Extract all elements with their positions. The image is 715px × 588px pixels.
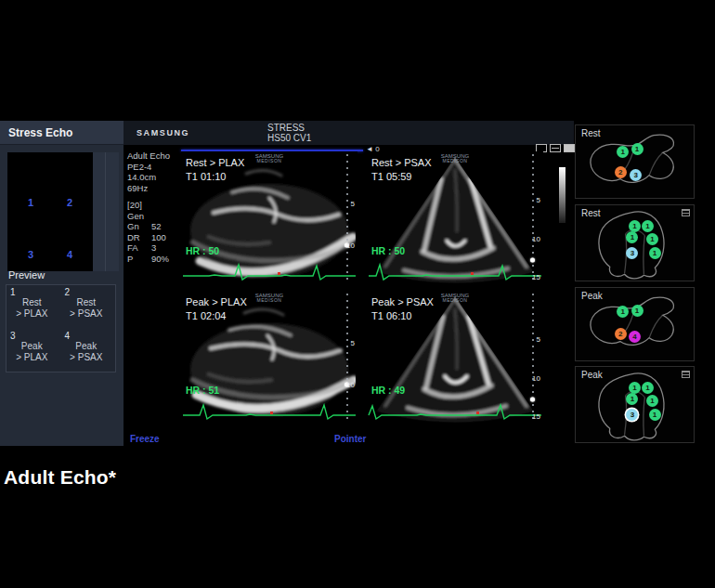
depth-ruler: 51015	[526, 154, 540, 281]
stage-number-4[interactable]: 4	[67, 249, 72, 260]
focus-marker	[530, 398, 535, 402]
watermark: SAMSUNGMEDISON	[255, 294, 283, 303]
quadrant-peak-psax[interactable]: SAMSUNGMEDISON Peak > PSAXT1 06:10 HR : …	[367, 291, 543, 424]
phase-label: Rest	[581, 128, 601, 138]
heart-rate: HR : 50	[186, 245, 219, 256]
segment-score-marker[interactable]: 1	[646, 395, 658, 407]
phase-label: Peak	[581, 370, 603, 380]
segment-menu-icon[interactable]	[682, 209, 690, 216]
preview-num: 4	[65, 331, 71, 341]
stress-echo-panel: Stress Echo 1 2 3 4 Preview 1 Rest> PLAX…	[0, 121, 124, 446]
grayscale-map-bar	[559, 167, 566, 223]
preview-item-1[interactable]: 1 Rest> PLAX	[6, 285, 61, 329]
ecg-trace	[181, 401, 358, 424]
quadrant-rest-plax[interactable]: SAMSUNGMEDISON Rest > PLAXT1 01:10 HR : …	[181, 151, 358, 284]
layout-icon[interactable]	[550, 144, 561, 152]
segment-score-marker[interactable]: 1	[631, 143, 644, 155]
preview-num: 1	[10, 287, 16, 297]
preview-num: 2	[65, 287, 71, 297]
depth-label: 5	[351, 200, 355, 208]
preview-item-4[interactable]: 4 Peak> PSAX	[61, 329, 116, 372]
depth-label: 15	[532, 272, 540, 281]
depth-label: 10	[346, 241, 355, 249]
heart-rate: HR : 51	[186, 385, 219, 396]
view-label: Rest > PSAXT1 05:59	[371, 156, 432, 184]
freeze-softkey[interactable]: Freeze	[130, 434, 160, 444]
preview-label: Peak> PLAX	[6, 341, 58, 363]
phase-label: Rest	[581, 208, 601, 218]
title-bar: SAMSUNG STRESS HS50 CV1	[124, 121, 574, 145]
quadrant-peak-plax[interactable]: SAMSUNGMEDISON Peak > PLAXT1 02:04 HR : …	[181, 291, 358, 424]
focus-marker	[530, 258, 535, 263]
system-label: HS50 CV1	[267, 133, 311, 143]
segment-score-marker[interactable]: 1	[646, 233, 658, 245]
view-label: Rest > PLAXT1 01:10	[186, 156, 244, 184]
segment-score-marker[interactable]: 1	[649, 247, 661, 259]
phase-label: Peak	[581, 291, 603, 301]
depth-label: 5	[351, 339, 355, 347]
exam-mode-title: STRESS HS50 CV1	[267, 123, 311, 143]
wall-motion-score-panel: Rest 1123 Rest 111131	[575, 121, 696, 446]
segment-score-marker[interactable]: 1	[626, 231, 638, 243]
segment-score-marker[interactable]: 1	[626, 393, 638, 405]
depth-ruler: 51015	[526, 294, 540, 420]
depth-ruler: 510	[340, 154, 355, 281]
score-box-peak-psax[interactable]: Peak 111131	[575, 366, 695, 443]
segment-score-marker[interactable]: 2	[615, 328, 627, 340]
segment-score-marker[interactable]: 1	[617, 146, 629, 158]
preview-num: 3	[10, 331, 16, 341]
watermark: SAMSUNGMEDISON	[441, 294, 469, 303]
imaging-area: SAMSUNG STRESS HS50 CV1 Adult Echo PE2-4…	[124, 121, 574, 446]
quadrant-rest-psax[interactable]: SAMSUNGMEDISON Rest > PSAXT1 05:59 HR : …	[367, 151, 543, 284]
preview-label: Rest> PLAX	[6, 297, 58, 320]
segment-score-marker[interactable]: 1	[649, 409, 661, 421]
panel-title: Stress Echo	[0, 121, 124, 145]
view-label: Peak > PLAXT1 02:04	[186, 295, 247, 323]
depth-label: 10	[532, 235, 540, 243]
heart-rate: HR : 50	[371, 245, 405, 256]
segment-score-marker[interactable]: 4	[629, 331, 641, 343]
preview-label: Peak> PSAX	[61, 341, 112, 363]
heart-rate: HR : 49	[371, 385, 405, 396]
segment-menu-icon[interactable]	[682, 371, 690, 378]
segment-score-marker[interactable]: 2	[615, 166, 627, 178]
score-box-rest-psax[interactable]: Rest 111131	[575, 204, 695, 281]
depth-label: 15	[532, 412, 540, 420]
exam-info: Adult Echo PE2-4 14.0cm 69Hz [20] Gen Gn…	[127, 150, 170, 264]
depth-label: 10	[532, 374, 540, 383]
preview-grid: 1 Rest> PLAX 2 Rest> PSAX 3 Peak> PLAX 4	[6, 284, 116, 372]
fullscreen-icon[interactable]	[564, 144, 575, 152]
stage-scroll-track[interactable]	[93, 152, 119, 271]
screen: Stress Echo 1 2 3 4 Preview 1 Rest> PLAX…	[0, 0, 715, 588]
stage-number-3[interactable]: 3	[28, 249, 33, 260]
ecg-trace	[367, 401, 543, 424]
depth-ruler: 510	[340, 294, 355, 420]
watermark: SAMSUNGMEDISON	[441, 154, 469, 163]
score-box-peak-plax[interactable]: Peak 1124	[575, 287, 695, 361]
pointer-softkey[interactable]: Pointer	[334, 434, 366, 444]
preview-title: Preview	[8, 269, 45, 281]
watermark: SAMSUNGMEDISON	[255, 154, 283, 163]
preview-label: Rest> PSAX	[61, 297, 112, 320]
mode-label: STRESS	[267, 123, 311, 133]
ecg-trace	[181, 262, 358, 284]
segment-score-marker[interactable]: 1	[631, 305, 644, 317]
stage-thumbnails[interactable]: 1 2 3 4	[7, 152, 93, 271]
page-caption: Adult Echo*	[4, 466, 116, 489]
view-label: Peak > PSAXT1 06:10	[371, 295, 434, 323]
ecg-trace	[367, 262, 543, 284]
preview-item-3[interactable]: 3 Peak> PLAX	[6, 329, 61, 372]
stage-number-1[interactable]: 1	[28, 197, 33, 208]
stage-number-2[interactable]: 2	[67, 197, 72, 208]
score-box-rest-plax[interactable]: Rest 1123	[575, 124, 695, 199]
depth-label: 5	[537, 334, 540, 343]
depth-label: 10	[346, 380, 355, 388]
samsung-logo: SAMSUNG	[136, 128, 189, 137]
preview-item-2[interactable]: 2 Rest> PSAX	[61, 285, 116, 329]
depth-label: 5	[537, 195, 540, 203]
